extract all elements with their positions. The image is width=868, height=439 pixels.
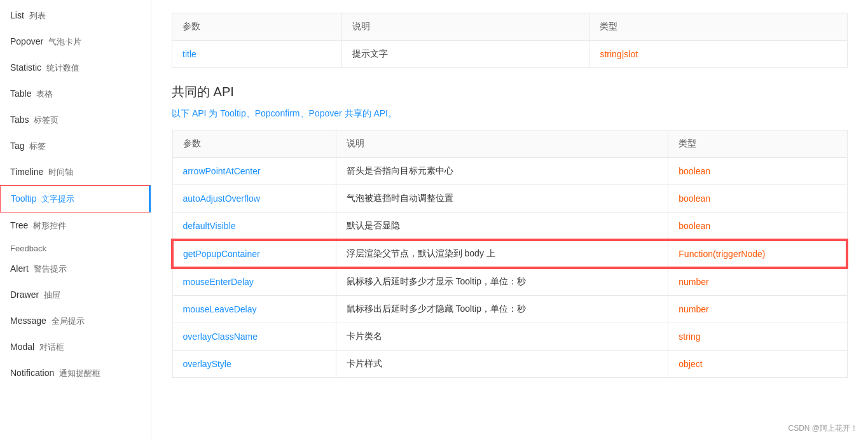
- type-cell: Function(triggerNode): [668, 240, 847, 268]
- sidebar-zh: 全局提示: [52, 316, 85, 326]
- col-param: 参数: [172, 13, 342, 41]
- sidebar-item-modal[interactable]: Modal 对话框: [0, 334, 151, 360]
- desc-cell: 鼠标移出后延时多少才隐藏 Tooltip，单位：秒: [336, 296, 668, 323]
- param-cell: autoAdjustOverflow: [172, 185, 336, 213]
- common-api-table: 参数 说明 类型 arrowPointAtCenter箭头是否指向目标元素中心b…: [172, 130, 848, 378]
- sidebar-zh: 表格: [36, 89, 53, 99]
- col-type: 类型: [668, 130, 847, 158]
- table-row: overlayStyle卡片样式object: [172, 351, 847, 378]
- type-cell: number: [668, 268, 847, 296]
- sidebar-item-alert[interactable]: Alert 警告提示: [0, 256, 151, 282]
- type-cell: object: [668, 351, 847, 378]
- sidebar-label: Statistic: [10, 62, 41, 73]
- type-cell: string: [668, 323, 847, 351]
- desc-cell: 卡片样式: [336, 351, 668, 378]
- sidebar-item-popover[interactable]: Popover 气泡卡片: [0, 29, 151, 55]
- col-param: 参数: [172, 130, 336, 158]
- section-title: 共同的 API: [172, 83, 848, 101]
- table-row: defaultVisible默认是否显隐boolean: [172, 213, 847, 240]
- table-row: overlayClassName卡片类名string: [172, 323, 847, 351]
- desc-cell: 浮层渲染父节点，默认渲染到 body 上: [336, 240, 668, 268]
- sidebar-label: Tree: [10, 220, 28, 230]
- param-cell: title: [172, 41, 342, 68]
- sidebar-item-drawer[interactable]: Drawer 抽屉: [0, 282, 151, 308]
- type-cell: boolean: [668, 185, 847, 213]
- type-cell: boolean: [668, 213, 847, 240]
- sidebar-zh: 统计数值: [46, 63, 79, 73]
- sidebar-item-statistic[interactable]: Statistic 统计数值: [0, 55, 151, 81]
- sidebar-label: Message: [10, 316, 46, 326]
- type-cell: number: [668, 296, 847, 323]
- sidebar-item-tag[interactable]: Tag 标签: [0, 133, 151, 159]
- sidebar-item-table[interactable]: Table 表格: [0, 81, 151, 107]
- sidebar-zh: 文字提示: [41, 194, 74, 204]
- sidebar-section-feedback: Feedback: [0, 239, 151, 256]
- sidebar-zh: 气泡卡片: [48, 37, 81, 46]
- sidebar-zh: 通知提醒框: [59, 368, 100, 378]
- desc-cell: 箭头是否指向目标元素中心: [336, 158, 668, 185]
- sidebar-label: Timeline: [10, 167, 43, 177]
- sidebar-item-notification[interactable]: Notification 通知提醒框: [0, 360, 151, 386]
- sidebar-item-list[interactable]: List 列表: [0, 3, 151, 29]
- type-cell: string|slot: [589, 41, 848, 68]
- desc-cell: 气泡被遮挡时自动调整位置: [336, 185, 668, 213]
- sidebar-label: Drawer: [10, 289, 39, 300]
- table-row: mouseEnterDelay鼠标移入后延时多少才显示 Tooltip，单位：秒…: [172, 268, 847, 296]
- type-cell: boolean: [668, 158, 847, 185]
- sidebar-zh: 对话框: [39, 342, 64, 352]
- param-cell: getPopupContainer: [172, 240, 336, 268]
- sidebar-label: List: [10, 10, 24, 20]
- table-row: arrowPointAtCenter箭头是否指向目标元素中心boolean: [172, 158, 847, 185]
- col-desc: 说明: [336, 130, 668, 158]
- sidebar-zh: 标签: [29, 141, 46, 151]
- param-cell: defaultVisible: [172, 213, 336, 240]
- sidebar-item-tabs[interactable]: Tabs 标签页: [0, 107, 151, 133]
- sidebar-item-timeline[interactable]: Timeline 时间轴: [0, 159, 151, 185]
- sidebar-zh: 树形控件: [33, 221, 66, 230]
- sidebar: List 列表 Popover 气泡卡片 Statistic 统计数值 Tabl…: [0, 0, 151, 439]
- desc-cell: 鼠标移入后延时多少才显示 Tooltip，单位：秒: [336, 268, 668, 296]
- sidebar-label: Popover: [10, 36, 43, 46]
- sidebar-label: Tag: [10, 141, 25, 151]
- sidebar-label: Tooltip: [11, 193, 36, 204]
- top-api-table: 参数 说明 类型 title 提示文字 string|slot: [172, 13, 848, 68]
- param-cell: overlayClassName: [172, 323, 336, 351]
- section-desc: 以下 API 为 Tooltip、Popconfirm、Popover 共享的 …: [172, 108, 848, 120]
- sidebar-label: Alert: [10, 263, 29, 274]
- sidebar-label: Notification: [10, 368, 54, 378]
- param-cell: overlayStyle: [172, 351, 336, 378]
- table-row: getPopupContainer浮层渲染父节点，默认渲染到 body 上Fun…: [172, 240, 847, 268]
- sidebar-zh: 标签页: [34, 115, 59, 125]
- sidebar-zh: 抽屉: [44, 290, 60, 300]
- sidebar-zh: 警告提示: [34, 264, 67, 274]
- desc-cell: 卡片类名: [336, 323, 668, 351]
- sidebar-zh: 列表: [29, 11, 46, 20]
- sidebar-label: Tabs: [10, 115, 29, 125]
- col-desc: 说明: [341, 13, 589, 41]
- sidebar-item-tooltip[interactable]: Tooltip 文字提示: [0, 185, 151, 213]
- table-row: mouseLeaveDelay鼠标移出后延时多少才隐藏 Tooltip，单位：秒…: [172, 296, 847, 323]
- main-content: 参数 说明 类型 title 提示文字 string|slot 共同的 API …: [151, 0, 868, 439]
- sidebar-label: Modal: [10, 342, 34, 352]
- param-cell: mouseLeaveDelay: [172, 296, 336, 323]
- desc-cell: 提示文字: [341, 41, 589, 68]
- param-cell: mouseEnterDelay: [172, 268, 336, 296]
- sidebar-item-tree[interactable]: Tree 树形控件: [0, 213, 151, 239]
- sidebar-label: Table: [10, 88, 31, 99]
- param-cell: arrowPointAtCenter: [172, 158, 336, 185]
- table-row: autoAdjustOverflow气泡被遮挡时自动调整位置boolean: [172, 185, 847, 213]
- col-type: 类型: [589, 13, 848, 41]
- sidebar-zh: 时间轴: [48, 167, 73, 177]
- sidebar-item-message[interactable]: Message 全局提示: [0, 308, 151, 334]
- table-row: title 提示文字 string|slot: [172, 41, 848, 68]
- desc-cell: 默认是否显隐: [336, 213, 668, 240]
